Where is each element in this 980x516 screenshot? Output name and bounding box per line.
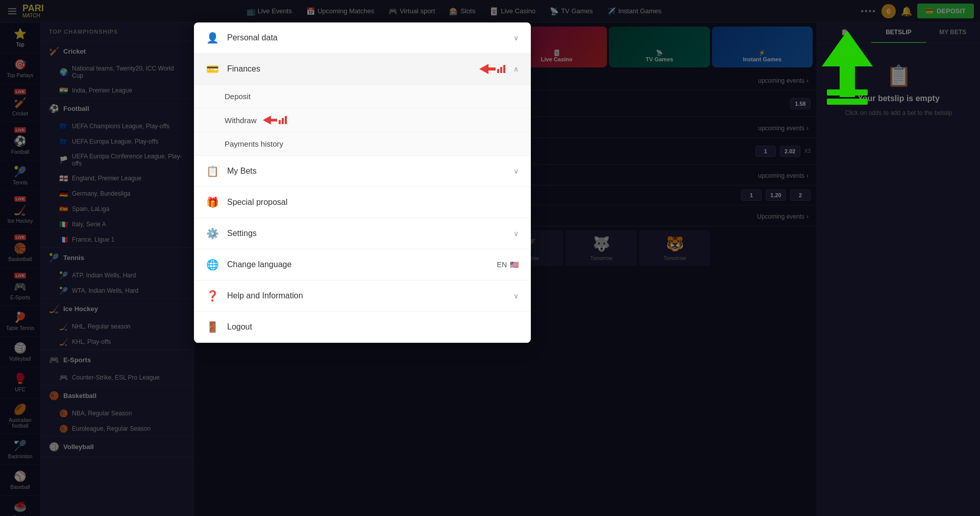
personal-data-icon: 👤 <box>206 32 219 44</box>
chevron-down-icon-personal: ∨ <box>513 34 519 42</box>
us-flag-icon: 🇺🇸 <box>510 261 519 269</box>
svg-marker-1 <box>263 115 277 125</box>
modal-sub-payments[interactable]: Payments history <box>194 132 531 156</box>
withdraw-bar-1 <box>279 120 281 124</box>
language-value: EN 🇺🇸 <box>497 261 519 269</box>
red-bars-group <box>497 65 505 73</box>
withdraw-bar-3 <box>285 116 287 124</box>
red-bar-3 <box>503 65 505 73</box>
svg-marker-0 <box>479 64 496 74</box>
modal-item-my-bets[interactable]: 📋 My Bets ∨ <box>194 156 531 187</box>
red-bar-1 <box>497 69 499 73</box>
settings-icon: ⚙️ <box>206 227 219 240</box>
change-language-label: Change language <box>227 260 489 269</box>
chevron-down-icon-help: ∨ <box>513 292 519 300</box>
modal-item-change-language[interactable]: 🌐 Change language EN 🇺🇸 <box>194 249 531 280</box>
chevron-up-icon-finances: ∧ <box>513 65 519 73</box>
help-icon: ❓ <box>206 290 219 302</box>
chevron-down-icon-mybets: ∨ <box>513 167 519 175</box>
modal-sub-withdraw[interactable]: Withdraw <box>194 108 531 132</box>
withdraw-arrow-indicator <box>263 115 287 125</box>
logout-label: Logout <box>227 322 519 332</box>
red-bar-2 <box>500 67 502 73</box>
help-label: Help and Information <box>227 291 505 300</box>
modal-item-logout[interactable]: 🚪 Logout <box>194 312 531 343</box>
modal-item-help[interactable]: ❓ Help and Information ∨ <box>194 280 531 312</box>
personal-data-label: Personal data <box>227 33 505 42</box>
modal-sub-deposit[interactable]: Deposit <box>194 85 531 108</box>
special-proposal-label: Special proposal <box>227 198 519 207</box>
logout-icon: 🚪 <box>206 321 219 333</box>
red-arrow-icon <box>479 64 496 74</box>
settings-label: Settings <box>227 229 505 238</box>
withdraw-bar-2 <box>282 118 284 124</box>
withdraw-red-arrow-icon <box>263 115 277 125</box>
modal-item-special-proposal[interactable]: 🎁 Special proposal <box>194 187 531 218</box>
finances-arrow-indicator <box>479 64 505 74</box>
my-bets-icon: 📋 <box>206 165 219 177</box>
modal-item-settings[interactable]: ⚙️ Settings ∨ <box>194 218 531 249</box>
finances-label: Finances <box>227 64 467 74</box>
modal-item-personal-data[interactable]: 👤 Personal data ∨ <box>194 22 531 54</box>
language-icon: 🌐 <box>206 259 219 271</box>
my-bets-label: My Bets <box>227 167 505 176</box>
modal-item-finances[interactable]: 💳 Finances ∧ <box>194 54 531 85</box>
finances-icon: 💳 <box>206 63 219 75</box>
menu-modal: 👤 Personal data ∨ 💳 Finances ∧ Deposit W… <box>194 22 531 343</box>
withdraw-bars-group <box>279 116 287 124</box>
chevron-down-icon-settings: ∨ <box>513 229 519 238</box>
special-proposal-icon: 🎁 <box>206 196 219 208</box>
